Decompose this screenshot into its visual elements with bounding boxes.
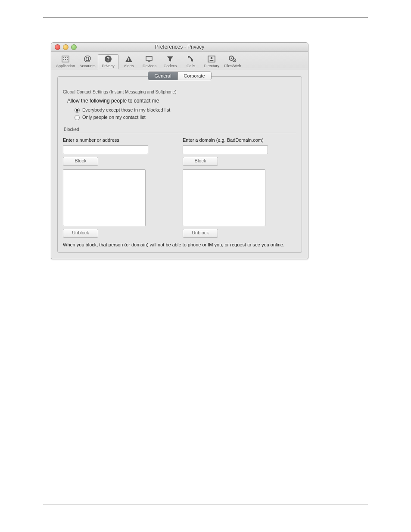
at-sign-icon: @ (83, 55, 92, 63)
radio-only-contact-list[interactable] (75, 115, 80, 120)
svg-rect-11 (128, 58, 129, 60)
blocked-domain-column: Enter a domain (e.g. BadDomain.com) Bloc… (183, 137, 296, 238)
page-footer-rule (43, 504, 368, 504)
domain-input[interactable] (183, 145, 268, 154)
toolbar-label: Devices (143, 64, 156, 68)
svg-point-17 (211, 57, 213, 59)
svg-point-5 (65, 59, 66, 60)
minimize-window-button[interactable] (63, 44, 68, 50)
toolbar-item-privacy[interactable]: ? Privacy (98, 54, 118, 69)
privacy-tabs: General Corporate (58, 72, 302, 80)
toolbar-item-calls[interactable]: Calls (181, 54, 201, 69)
radio-label: Everybody except those in my blocked lis… (82, 107, 170, 112)
close-window-button[interactable] (55, 44, 60, 50)
tab-corporate[interactable]: Corporate (177, 72, 211, 80)
privacy-fieldset: General Corporate Global Contact Setting… (57, 76, 302, 253)
window-title: Preferences - Privacy (51, 44, 308, 50)
toolbar-item-codecs[interactable]: Codecs (160, 54, 181, 69)
block-domain-button[interactable]: Block (183, 157, 218, 166)
monitor-icon (145, 55, 154, 63)
svg-point-3 (67, 57, 68, 58)
blocked-section-label: Blocked (64, 127, 296, 132)
svg-point-6 (67, 59, 68, 60)
toolbar-label: Calls (187, 64, 195, 68)
radio-label: Only people on my contact list (82, 115, 146, 120)
toolbar-label: Files/Web (224, 64, 241, 68)
svg-point-19 (230, 58, 232, 59)
preferences-toolbar: Application @ Accounts ? Privacy Alerts (51, 52, 308, 69)
svg-point-2 (65, 57, 66, 58)
svg-rect-12 (128, 60, 129, 61)
toolbar-item-alerts[interactable]: Alerts (118, 54, 139, 69)
toolbar-label: Accounts (80, 64, 96, 68)
toolbar-item-directory[interactable]: Directory (201, 54, 222, 69)
window-traffic-lights (55, 44, 77, 50)
svg-text:?: ? (106, 56, 109, 62)
blocked-columns: Enter a number or address Block Unblock … (63, 137, 296, 238)
unblock-address-button[interactable]: Unblock (63, 229, 98, 238)
window-titlebar: Preferences - Privacy (51, 43, 308, 52)
address-input[interactable] (63, 145, 148, 154)
toolbar-item-devices[interactable]: Devices (139, 54, 160, 69)
block-explanation: When you block, that person (or domain) … (63, 242, 296, 247)
radio-row-everybody[interactable]: Everybody except those in my blocked lis… (72, 106, 296, 113)
toolbar-item-application[interactable]: Application (54, 54, 77, 69)
zoom-window-button[interactable] (71, 44, 77, 50)
toolbar-label: Codecs (164, 64, 177, 68)
domain-input-label: Enter a domain (e.g. BadDomain.com) (183, 137, 296, 143)
svg-rect-13 (146, 56, 152, 60)
block-address-button[interactable]: Block (63, 157, 98, 166)
grid-icon (61, 55, 70, 63)
tab-general[interactable]: General (148, 72, 177, 80)
svg-point-1 (63, 57, 64, 58)
svg-point-4 (63, 59, 64, 60)
blocked-divider (63, 133, 296, 133)
preferences-window: Preferences - Privacy Application @ Acco… (51, 42, 308, 259)
phone-handset-icon (186, 55, 196, 63)
svg-marker-15 (167, 56, 173, 62)
toolbar-item-accounts[interactable]: @ Accounts (77, 54, 98, 69)
preferences-body: General Corporate Global Contact Setting… (51, 69, 308, 259)
toolbar-label: Directory (204, 64, 219, 68)
blocked-address-list[interactable] (63, 169, 146, 226)
alert-triangle-icon (124, 55, 134, 63)
svg-rect-14 (148, 61, 150, 62)
toolbar-item-files-web[interactable]: Files/Web (222, 54, 243, 69)
radio-row-contact-list[interactable]: Only people on my contact list (72, 114, 296, 120)
person-card-icon (207, 55, 216, 63)
toolbar-label: Application (56, 64, 75, 68)
allow-heading: Allow the following people to contact me (67, 98, 296, 104)
gears-icon (228, 55, 237, 63)
blocked-address-column: Enter a number or address Block Unblock (63, 137, 177, 238)
toolbar-label: Alerts (124, 64, 134, 68)
funnel-icon (165, 55, 175, 63)
blocked-domain-list[interactable] (183, 169, 265, 226)
unblock-domain-button[interactable]: Unblock (183, 229, 218, 238)
toolbar-label: Privacy (102, 64, 115, 68)
fieldset-legend: Global Contact Settings (Instant Messagi… (63, 90, 296, 94)
radio-everybody-except-blocked[interactable] (75, 108, 80, 113)
shield-question-icon: ? (103, 55, 113, 63)
page-header-rule (43, 17, 368, 18)
svg-text:@: @ (84, 55, 91, 63)
address-input-label: Enter a number or address (63, 137, 177, 143)
document-page: Preferences - Privacy Application @ Acco… (0, 0, 411, 532)
svg-point-21 (234, 60, 235, 61)
